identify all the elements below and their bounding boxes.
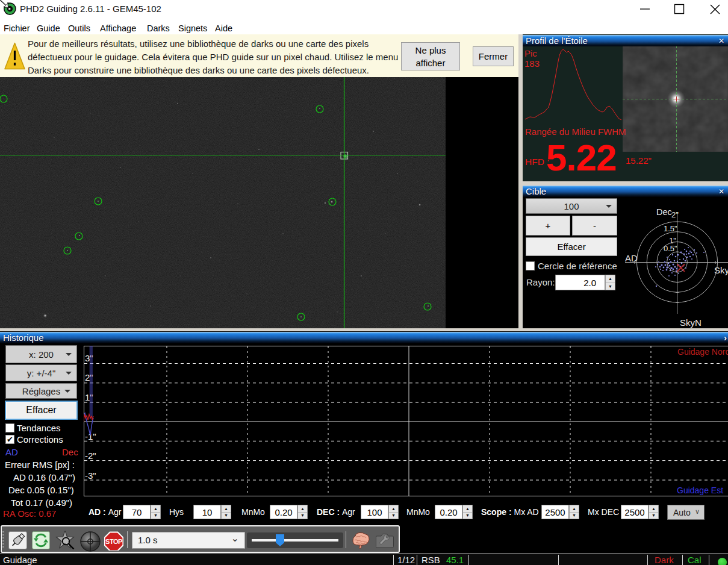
svg-text:SkyN: SkyN bbox=[680, 317, 702, 328]
svg-text:SkyE: SkyE bbox=[714, 265, 728, 275]
svg-text:Dec: Dec bbox=[656, 207, 672, 217]
svg-text:0.5": 0.5" bbox=[664, 244, 677, 253]
svg-text:1.5": 1.5" bbox=[664, 224, 677, 233]
svg-text:2": 2" bbox=[671, 210, 679, 219]
svg-text:AD: AD bbox=[625, 253, 638, 263]
svg-text:STOP: STOP bbox=[105, 538, 122, 545]
